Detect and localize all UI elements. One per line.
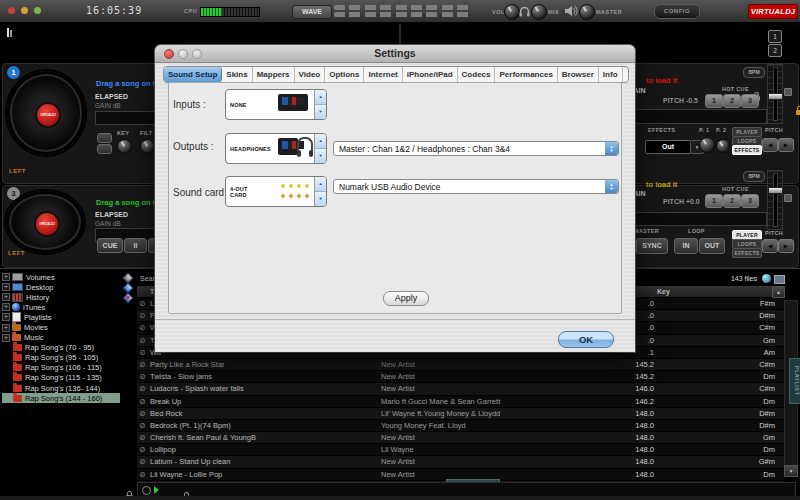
window-close-icon[interactable] — [8, 7, 15, 14]
deck2-hotcue-2-button[interactable]: 2 — [723, 94, 741, 108]
deck3-cue-button[interactable]: CUE — [97, 238, 123, 253]
table-row[interactable]: ⊘ Latium - Stand Up clean New Artist 148… — [137, 456, 784, 468]
deck2-effects-tab[interactable]: EFFECTS — [732, 145, 762, 155]
deck4-loop-out-button[interactable]: OUT — [699, 238, 725, 254]
repeat-icon[interactable] — [142, 486, 151, 495]
settings-tab[interactable]: Internet — [364, 67, 402, 82]
settings-tab[interactable]: Info — [599, 67, 623, 82]
deck2-pitch-up-button[interactable]: ▶ — [778, 138, 794, 152]
table-row[interactable]: ⊘ Ludacris - Splash water falls New Arti… — [137, 383, 784, 395]
sidebar-item[interactable]: + Playlists — [2, 312, 120, 322]
apply-button[interactable]: Apply — [383, 291, 429, 306]
deck4-effects-tab[interactable]: EFFECTS — [732, 248, 762, 258]
sidebar-item[interactable]: + Volumes — [2, 272, 120, 282]
sample-slot-2[interactable]: 2 — [768, 44, 782, 57]
sidebar-item[interactable]: + Rap Song's (95 - 105) — [2, 353, 120, 363]
sidebar-item[interactable]: + Rap Song's (106 - 115) — [2, 363, 120, 373]
ok-button[interactable]: OK — [558, 331, 614, 348]
deck4-pitch-up-button[interactable]: ▶ — [778, 239, 794, 253]
sidebar-item[interactable]: + Rap Song's (70 - 95) — [2, 343, 120, 353]
expand-icon[interactable]: + — [2, 334, 10, 342]
settings-tab[interactable]: Options — [325, 67, 364, 82]
deck3-jogwheel[interactable]: VIRTUALDJ — [6, 191, 84, 253]
config-button[interactable]: CONFIG — [654, 4, 700, 19]
key-column-header[interactable]: Key — [657, 288, 670, 295]
window-zoom-icon[interactable] — [34, 7, 41, 14]
deck2-pitch-lock-icon[interactable] — [796, 110, 800, 115]
expand-icon[interactable]: + — [2, 273, 10, 281]
soundcard-stepper[interactable]: ▲▼ — [314, 177, 326, 206]
expand-icon[interactable]: + — [2, 324, 10, 332]
window-minimize-icon[interactable] — [21, 7, 28, 14]
table-row[interactable]: ⊘ Break Up Mario ft Gucci Mane & Sean Ga… — [137, 396, 784, 408]
settings-tab[interactable]: Performances — [495, 67, 557, 82]
table-row[interactable]: ⊘ Bedrock (Pt. 1)(74 Bpm) Young Money Fe… — [137, 420, 784, 432]
deck4-pitch-down-button[interactable]: ◀ — [762, 239, 778, 253]
soundcard-device-dropdown[interactable]: Numark USB Audio Device ▲▼ — [333, 179, 619, 194]
deck2-p1-knob[interactable] — [699, 137, 715, 153]
sidebar-item[interactable]: + Movies — [2, 322, 120, 332]
sidebar-item[interactable]: + Rap Song's (144 - 160) — [2, 393, 120, 403]
scroll-down-button[interactable]: ▼ — [784, 465, 798, 477]
expand-icon[interactable]: + — [2, 293, 10, 301]
sidebar-item[interactable]: + History — [2, 292, 120, 302]
deck3-pause-button[interactable]: II — [124, 238, 147, 253]
settings-tab[interactable]: Browser — [558, 67, 599, 82]
deck1-jogwheel[interactable]: VIRTUALDJ — [7, 71, 85, 155]
settings-tab[interactable]: Codecs — [458, 67, 496, 82]
sparkle-icon-red[interactable] — [122, 292, 133, 303]
deck1-small-button-top[interactable] — [97, 133, 112, 143]
deck4-loop-in-button[interactable]: IN — [674, 238, 698, 254]
settings-tab[interactable]: iPhone/iPad — [403, 67, 458, 82]
expand-icon[interactable]: + — [2, 313, 10, 321]
wave-button[interactable]: WAVE — [292, 5, 332, 19]
deck2-hotcue-1-button[interactable]: 1 — [705, 94, 723, 108]
table-row[interactable]: ⊘ Party Like a Rock Star New Artist 145.… — [137, 359, 784, 371]
deck4-pitch-slider[interactable] — [767, 170, 783, 230]
deck2-bpm-button[interactable]: BPM — [743, 67, 765, 78]
dialog-minimize-icon[interactable] — [178, 49, 188, 59]
sidebar-item[interactable]: + Desktop — [2, 282, 120, 292]
expand-icon[interactable]: + — [2, 283, 10, 291]
sidebar-item[interactable]: + iTunes — [2, 302, 120, 312]
inputs-stepper[interactable]: ▲▼ — [314, 90, 326, 119]
sidebar-item[interactable]: + Rap Song's (115 - 135) — [2, 373, 120, 383]
table-row[interactable]: ⊘ Cherish ft. Sean Paul & YoungB New Art… — [137, 432, 784, 444]
expand-icon[interactable]: + — [2, 303, 10, 311]
deck4-sync-button[interactable]: SYNC — [636, 238, 668, 254]
volume-knob[interactable] — [504, 4, 520, 20]
sample-slot-1[interactable]: 1 — [768, 30, 782, 43]
deck2-pitch-down-button[interactable]: ◀ — [762, 138, 778, 152]
dialog-zoom-icon[interactable] — [192, 49, 202, 59]
deck2-hotcue-3-button[interactable]: 3 — [741, 94, 759, 108]
sidebar-item[interactable]: + Music — [2, 333, 120, 343]
settings-tab[interactable]: Skins — [222, 67, 252, 82]
deck4-hotcue-1-button[interactable]: 1 — [705, 194, 723, 208]
deck3-jogwheel-cap[interactable]: VIRTUALDJ — [34, 211, 60, 237]
table-row[interactable]: ⊘ Bed Rock Lil' Wayne ft.Young Money & L… — [137, 408, 784, 420]
scroll-up-button[interactable]: ▲ — [772, 286, 785, 298]
settings-tab[interactable]: Video — [295, 67, 326, 82]
settings-tab[interactable]: Mappers — [253, 67, 295, 82]
dialog-titlebar[interactable]: Settings — [155, 45, 635, 63]
table-row[interactable]: ⊘ Lollipop Lil Wayne 148.0 Dm — [137, 444, 784, 456]
master-knob[interactable] — [579, 4, 595, 20]
netsearch-globe-icon[interactable] — [762, 274, 771, 283]
outputs-routing-dropdown[interactable]: Master : Chan 1&2 / Headphones : Chan 3&… — [333, 141, 619, 156]
settings-tab[interactable]: Sound Setup — [164, 67, 222, 82]
deck2-p2-knob[interactable] — [716, 139, 730, 153]
soundcard-selector[interactable]: 4-OUT CARD ▲▼ — [225, 176, 327, 207]
deck4-hotcue-2-button[interactable]: 2 — [723, 194, 741, 208]
deck1-jogwheel-cap[interactable]: VIRTUALDJ — [35, 102, 61, 128]
deck1-small-button-bottom[interactable] — [97, 144, 112, 154]
deck1-filter-knob[interactable] — [140, 139, 155, 154]
deck2-pitch-slider[interactable] — [767, 64, 783, 124]
mix-knob[interactable] — [531, 4, 547, 20]
outputs-selector[interactable]: HEADPHONES ▲▼ — [225, 133, 327, 164]
deck1-key-knob[interactable] — [117, 139, 132, 154]
table-row[interactable]: ⊘ Twista - Slow jams New Artist 145.2 Dm — [137, 371, 784, 383]
deck4-hotcue-3-button[interactable]: 3 — [741, 194, 759, 208]
dialog-close-icon[interactable] — [164, 49, 174, 59]
outputs-stepper[interactable]: ▲▼ — [314, 134, 326, 163]
inputs-selector[interactable]: NONE ▲▼ — [225, 89, 327, 120]
